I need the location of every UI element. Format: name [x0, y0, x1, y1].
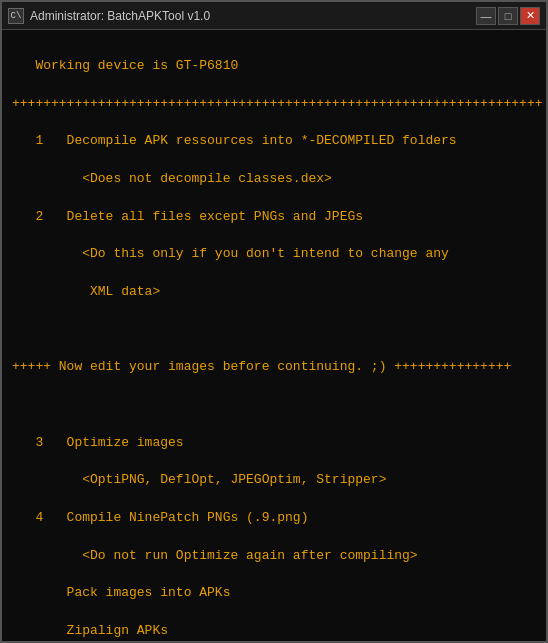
title-bar-left: C\ Administrator: BatchAPKTool v1.0: [8, 8, 210, 24]
window-title: Administrator: BatchAPKTool v1.0: [30, 9, 210, 23]
window-controls: — □ ✕: [476, 7, 540, 25]
menu-item-4: 4 Compile NinePatch PNGs (.9.png): [12, 509, 536, 528]
menu-item-2-sub1: <Do this only if you don't intend to cha…: [12, 245, 536, 264]
console-body: Working device is GT-P6810 +++++++++++++…: [2, 30, 546, 641]
menu-item-2-sub2: XML data>: [12, 283, 536, 302]
menu-item-1-sub: <Does not decompile classes.dex>: [12, 170, 536, 189]
menu-item-4-sub1: <Do not run Optimize again after compili…: [12, 547, 536, 566]
minimize-button[interactable]: —: [476, 7, 496, 25]
menu-item-4-sub2: Pack images into APKs: [12, 584, 536, 603]
edit-notice: +++++ Now edit your images before contin…: [12, 358, 536, 377]
maximize-button[interactable]: □: [498, 7, 518, 25]
menu-item-2: 2 Delete all files except PNGs and JPEGs: [12, 208, 536, 227]
device-line: Working device is GT-P6810: [12, 57, 536, 76]
menu-item-1: 1 Decompile APK ressources into *-DECOMP…: [12, 132, 536, 151]
app-icon: C\: [8, 8, 24, 24]
menu-item-4-sub3: Zipalign APKs: [12, 622, 536, 641]
menu-item-3-sub: <OptiPNG, DeflOpt, JPEGOptim, Stripper>: [12, 471, 536, 490]
spacer-1: [12, 396, 536, 415]
close-button[interactable]: ✕: [520, 7, 540, 25]
title-bar: C\ Administrator: BatchAPKTool v1.0 — □ …: [2, 2, 546, 30]
menu-item-3: 3 Optimize images: [12, 434, 536, 453]
divider-1: ++++++++++++++++++++++++++++++++++++++++…: [12, 95, 536, 114]
application-window: C\ Administrator: BatchAPKTool v1.0 — □ …: [0, 0, 548, 643]
divider-2: [12, 321, 536, 340]
console-output: Working device is GT-P6810 +++++++++++++…: [12, 38, 536, 641]
